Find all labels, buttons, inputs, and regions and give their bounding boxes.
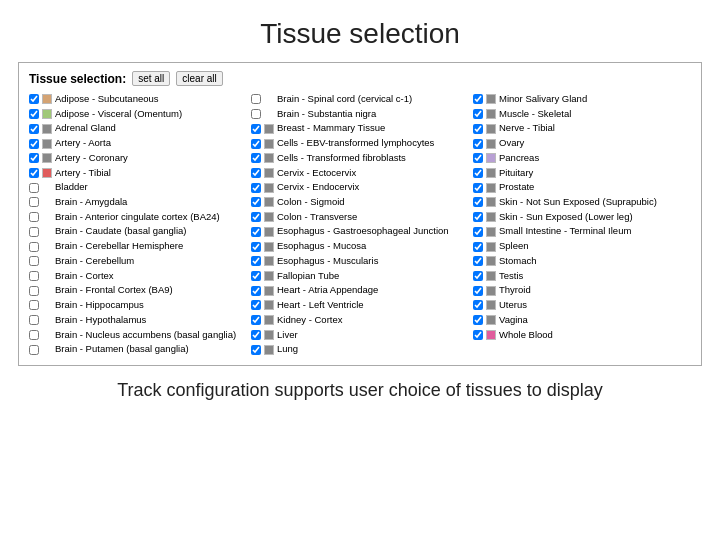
tissue-label: Lung: [277, 342, 298, 357]
tissue-item: Cells - EBV-transformed lymphocytes: [251, 136, 469, 151]
color-swatch: [264, 153, 274, 163]
clear-all-button[interactable]: clear all: [176, 71, 222, 86]
tissue-label: Bladder: [55, 180, 88, 195]
tissue-checkbox[interactable]: [251, 139, 261, 149]
tissue-checkbox[interactable]: [251, 197, 261, 207]
tissue-checkbox[interactable]: [29, 124, 39, 134]
tissue-checkbox[interactable]: [473, 153, 483, 163]
tissue-item: Lung: [251, 342, 469, 357]
tissue-checkbox[interactable]: [251, 330, 261, 340]
tissue-label: Stomach: [499, 254, 537, 269]
tissue-checkbox[interactable]: [473, 300, 483, 310]
tissue-label: Esophagus - Mucosa: [277, 239, 366, 254]
color-swatch: [42, 256, 52, 266]
tissue-item: Colon - Sigmoid: [251, 195, 469, 210]
tissue-checkbox[interactable]: [29, 242, 39, 252]
tissue-checkbox[interactable]: [473, 212, 483, 222]
tissue-checkbox[interactable]: [473, 286, 483, 296]
tissue-label: Cervix - Ectocervix: [277, 166, 356, 181]
tissue-label: Brain - Hypothalamus: [55, 313, 146, 328]
tissue-checkbox[interactable]: [473, 227, 483, 237]
tissue-label: Skin - Sun Exposed (Lower leg): [499, 210, 633, 225]
set-all-button[interactable]: set all: [132, 71, 170, 86]
tissue-checkbox[interactable]: [251, 256, 261, 266]
tissue-checkbox[interactable]: [473, 330, 483, 340]
color-swatch: [264, 300, 274, 310]
tissue-checkbox[interactable]: [251, 212, 261, 222]
tissue-checkbox[interactable]: [251, 286, 261, 296]
tissue-checkbox[interactable]: [251, 109, 261, 119]
tissue-checkbox[interactable]: [473, 315, 483, 325]
color-swatch: [486, 168, 496, 178]
tissue-checkbox[interactable]: [251, 153, 261, 163]
tissue-checkbox[interactable]: [29, 227, 39, 237]
color-swatch: [264, 124, 274, 134]
tissue-label: Brain - Frontal Cortex (BA9): [55, 283, 173, 298]
color-swatch: [42, 168, 52, 178]
tissue-checkbox[interactable]: [473, 271, 483, 281]
color-swatch: [264, 345, 274, 355]
tissue-checkbox[interactable]: [473, 168, 483, 178]
tissue-checkbox[interactable]: [251, 168, 261, 178]
tissue-label: Brain - Caudate (basal ganglia): [55, 224, 187, 239]
tissue-checkbox[interactable]: [251, 242, 261, 252]
tissue-item: Whole Blood: [473, 328, 691, 343]
tissue-checkbox[interactable]: [251, 124, 261, 134]
color-swatch: [486, 271, 496, 281]
tissue-label: Whole Blood: [499, 328, 553, 343]
tissue-label: Kidney - Cortex: [277, 313, 342, 328]
tissue-item: Muscle - Skeletal: [473, 107, 691, 122]
tissue-checkbox[interactable]: [29, 168, 39, 178]
tissue-checkbox[interactable]: [473, 94, 483, 104]
tissue-label: Pancreas: [499, 151, 539, 166]
tissue-label: Brain - Spinal cord (cervical c-1): [277, 92, 412, 107]
tissue-checkbox[interactable]: [29, 212, 39, 222]
tissue-label: Cells - EBV-transformed lymphocytes: [277, 136, 434, 151]
tissue-checkbox[interactable]: [251, 227, 261, 237]
tissue-item: Breast - Mammary Tissue: [251, 121, 469, 136]
tissue-item: Nerve - Tibial: [473, 121, 691, 136]
tissue-checkbox[interactable]: [251, 300, 261, 310]
tissue-checkbox[interactable]: [473, 242, 483, 252]
tissue-checkbox[interactable]: [29, 109, 39, 119]
tissue-checkbox[interactable]: [251, 183, 261, 193]
tissue-checkbox[interactable]: [473, 183, 483, 193]
tissue-label: Vagina: [499, 313, 528, 328]
tissue-label: Muscle - Skeletal: [499, 107, 571, 122]
color-swatch: [264, 197, 274, 207]
tissue-checkbox[interactable]: [251, 94, 261, 104]
tissue-checkbox[interactable]: [29, 271, 39, 281]
color-swatch: [264, 286, 274, 296]
tissue-checkbox[interactable]: [29, 139, 39, 149]
color-swatch: [264, 212, 274, 222]
tissue-label: Uterus: [499, 298, 527, 313]
tissue-checkbox[interactable]: [29, 315, 39, 325]
tissue-checkbox[interactable]: [29, 286, 39, 296]
tissue-item: Brain - Frontal Cortex (BA9): [29, 283, 247, 298]
tissue-checkbox[interactable]: [473, 256, 483, 266]
tissue-item: Spleen: [473, 239, 691, 254]
tissue-checkbox[interactable]: [29, 300, 39, 310]
tissue-checkbox[interactable]: [473, 124, 483, 134]
tissue-checkbox[interactable]: [29, 153, 39, 163]
color-swatch: [486, 286, 496, 296]
color-swatch: [264, 271, 274, 281]
color-swatch: [486, 183, 496, 193]
tissue-checkbox[interactable]: [251, 315, 261, 325]
tissue-checkbox[interactable]: [29, 256, 39, 266]
tissue-checkbox[interactable]: [29, 197, 39, 207]
tissue-checkbox[interactable]: [473, 197, 483, 207]
tissue-checkbox[interactable]: [473, 109, 483, 119]
color-swatch: [42, 345, 52, 355]
tissue-checkbox[interactable]: [29, 330, 39, 340]
color-swatch: [42, 315, 52, 325]
tissue-label: Artery - Coronary: [55, 151, 128, 166]
tissue-checkbox[interactable]: [251, 271, 261, 281]
tissue-checkbox[interactable]: [251, 345, 261, 355]
tissue-checkbox[interactable]: [29, 94, 39, 104]
tissue-checkbox[interactable]: [29, 345, 39, 355]
color-swatch: [42, 300, 52, 310]
tissue-column-0: Adipose - SubcutaneousAdipose - Visceral…: [29, 92, 247, 357]
tissue-checkbox[interactable]: [29, 183, 39, 193]
tissue-checkbox[interactable]: [473, 139, 483, 149]
